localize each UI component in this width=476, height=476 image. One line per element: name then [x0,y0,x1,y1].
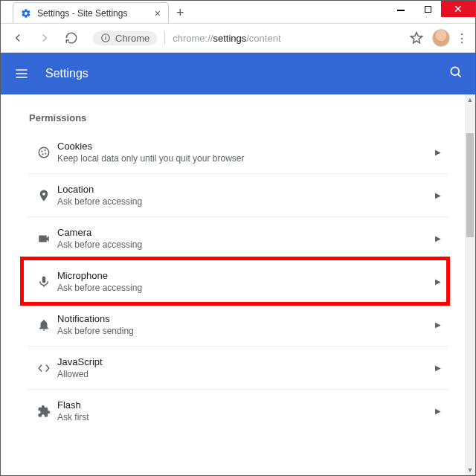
scrollbar-up-icon[interactable]: ▲ [465,94,475,105]
code-icon [30,361,57,375]
gear-icon [21,8,31,19]
permission-name: Flash [57,399,435,411]
chevron-right-icon: ▶ [435,148,441,156]
tab-strip: Settings - Site Settings × + [1,1,387,23]
permission-description: Ask first [57,412,435,422]
omnibox-divider [164,31,165,45]
chevron-right-icon: ▶ [435,234,441,242]
scrollbar-thumb[interactable] [466,133,474,237]
content-area: Permissions CookiesKeep local data only … [1,94,475,475]
titlebar: Settings - Site Settings × + ✕ [1,1,475,23]
svg-rect-2 [105,36,106,36]
url-text: chrome://settings/content [173,33,280,44]
permission-name: Cookies [57,141,435,152]
tab-title: Settings - Site Settings [37,8,149,19]
svg-point-7 [42,153,43,155]
permission-row-flash[interactable]: FlashAsk first▶ [28,389,448,432]
settings-toolbar: Settings [1,53,475,94]
permission-description: Ask before accessing [57,239,435,250]
address-bar: Chrome chrome://settings/content ⋮ [1,23,475,53]
chevron-right-icon: ▶ [435,191,441,199]
browser-tab[interactable]: Settings - Site Settings × [13,2,169,23]
chevron-right-icon: ▶ [435,277,441,286]
svg-point-8 [39,147,49,158]
location-pin-icon [30,189,57,202]
browser-menu-button[interactable]: ⋮ [454,31,469,45]
permission-row-cookies[interactable]: CookiesKeep local data only until you qu… [28,131,448,173]
permission-row-camera[interactable]: CameraAsk before accessing▶ [28,216,448,260]
puzzle-icon [30,405,57,418]
back-button[interactable] [7,27,29,49]
permissions-list: CookiesKeep local data only until you qu… [28,131,448,432]
menu-icon[interactable] [13,65,30,83]
permission-description: Ask before sending [57,326,435,336]
window-maximize-button[interactable] [414,1,441,17]
camera-icon [30,232,57,245]
permission-text: NotificationsAsk before sending [57,313,435,336]
vertical-scrollbar[interactable]: ▲ ▼ [465,94,475,475]
svg-point-6 [45,152,46,154]
permission-description: Ask before accessing [57,283,435,293]
permission-name: Camera [57,227,435,238]
reload-button[interactable] [60,27,83,49]
cookie-icon [30,146,57,159]
permission-row-javascript[interactable]: JavaScriptAllowed▶ [28,346,448,389]
section-title: Permissions [29,112,448,123]
chevron-right-icon: ▶ [435,407,441,415]
permission-text: CookiesKeep local data only until you qu… [57,141,435,164]
permission-description: Keep local data only until you quit your… [57,153,435,164]
permission-text: CameraAsk before accessing [57,227,435,250]
permission-text: MicrophoneAsk before accessing [57,270,435,293]
omnibox[interactable]: Chrome chrome://settings/content [87,28,401,48]
permission-description: Allowed [57,369,435,379]
permission-text: LocationAsk before accessing [57,184,435,207]
app-title: Settings [45,67,448,80]
permission-row-microphone[interactable]: MicrophoneAsk before accessing▶ [28,260,448,303]
permission-row-notifications[interactable]: NotificationsAsk before sending▶ [28,303,448,346]
permission-row-location[interactable]: LocationAsk before accessing▶ [28,173,448,216]
svg-point-4 [41,150,42,152]
security-chip-label: Chrome [115,33,149,44]
window-minimize-button[interactable] [387,1,414,17]
window-controls: ✕ [387,1,475,17]
permission-name: JavaScript [57,356,435,367]
permission-name: Notifications [57,313,435,324]
permission-text: FlashAsk first [57,399,435,422]
search-icon[interactable] [448,65,463,83]
permission-description: Ask before accessing [57,196,435,207]
chevron-right-icon: ▶ [435,321,441,329]
tab-close-icon[interactable]: × [155,8,161,19]
permission-name: Microphone [57,270,435,281]
browser-window: Settings - Site Settings × + ✕ Chrome [0,0,476,476]
scrollbar-down-icon[interactable]: ▼ [465,465,475,475]
forward-button[interactable] [33,27,56,49]
security-chip: Chrome [93,31,157,45]
profile-avatar[interactable] [432,29,450,47]
microphone-icon [30,275,57,289]
new-tab-button[interactable]: + [176,2,184,23]
bell-icon [30,318,57,332]
window-close-button[interactable]: ✕ [441,1,475,17]
chevron-right-icon: ▶ [435,364,441,372]
svg-point-5 [44,149,45,150]
svg-point-3 [451,67,459,75]
permission-text: JavaScriptAllowed [57,356,435,379]
bookmark-star-icon[interactable] [405,27,428,49]
permission-name: Location [57,184,435,195]
svg-rect-1 [105,37,106,40]
